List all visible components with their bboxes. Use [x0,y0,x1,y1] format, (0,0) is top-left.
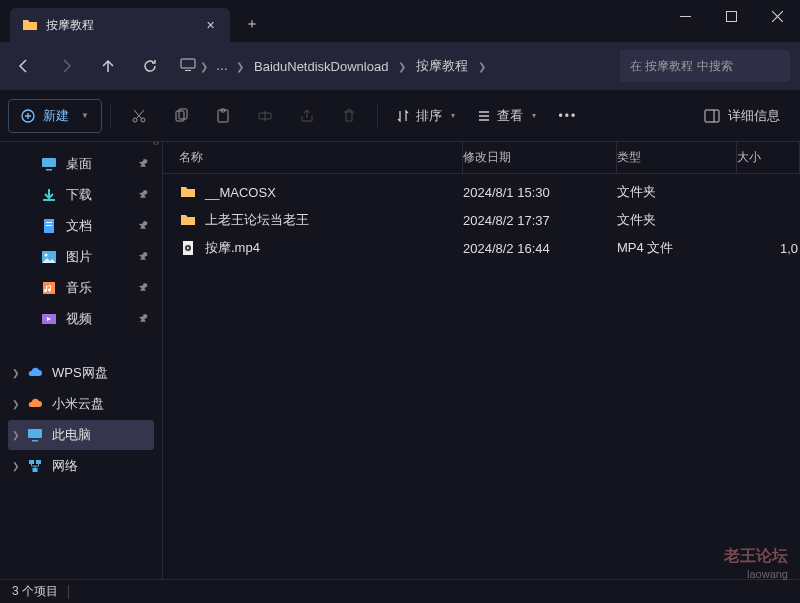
sidebar-item-label: 文档 [66,217,92,235]
file-name: 按摩.mp4 [205,239,260,257]
delete-button[interactable] [329,98,369,134]
sidebar-item-network[interactable]: ❯网络 [8,451,154,481]
view-button[interactable]: 查看 ▾ [467,98,546,134]
folder-icon [179,183,197,201]
pin-icon [135,218,151,234]
tab-current[interactable]: 按摩教程 ✕ [10,8,230,42]
sidebar-item-picture[interactable]: 图片 [8,242,154,272]
svg-rect-24 [32,440,38,442]
sidebar-item-label: WPS网盘 [52,364,108,382]
file-rows-container: __MACOSX 2024/8/1 15:30 文件夹 上老王论坛当老王 202… [163,174,800,579]
view-icon [477,109,491,123]
column-header-date[interactable]: 修改日期 [463,142,617,173]
tab-title: 按摩教程 [46,17,198,34]
svg-rect-12 [705,110,719,122]
breadcrumb-segment[interactable]: 按摩教程 [410,57,474,75]
sort-button[interactable]: 排序 ▾ [386,98,465,134]
sidebar-item-label: 下载 [66,186,92,204]
sidebar-item-label: 视频 [66,310,92,328]
sidebar-item-desktop[interactable]: 桌面 [8,149,154,179]
breadcrumb-overflow[interactable]: … [212,59,232,73]
sidebar-item-label: 小米云盘 [52,395,104,413]
refresh-button[interactable] [130,48,170,84]
new-tab-button[interactable]: ＋ [234,8,270,40]
copy-icon [173,108,189,124]
sidebar-item-cloud[interactable]: ❯小米云盘 [8,389,154,419]
paste-button[interactable] [203,98,243,134]
file-name: __MACOSX [205,185,276,200]
folder-icon [22,17,38,33]
svg-rect-14 [46,169,52,171]
file-row[interactable]: 按摩.mp4 2024/8/2 16:44 MP4 文件 1,0 [163,234,800,262]
svg-rect-0 [680,16,691,17]
svg-rect-27 [33,468,38,472]
svg-point-20 [45,254,48,257]
pin-icon [135,311,151,327]
maximize-button[interactable] [708,0,754,32]
file-date: 2024/8/1 15:30 [463,185,617,200]
sidebar-item-pc[interactable]: ❯此电脑 [8,420,154,450]
back-button[interactable] [4,48,44,84]
picture-icon [40,248,58,266]
chevron-right-icon[interactable]: ❯ [12,461,26,471]
sidebar-item-cloud[interactable]: ❯WPS网盘 [8,358,154,388]
chevron-right-icon[interactable]: ❯ [474,61,490,72]
status-bar: 3 个项目 [0,579,800,603]
sidebar-item-document[interactable]: 文档 [8,211,154,241]
close-button[interactable] [754,0,800,32]
chevron-right-icon[interactable]: ❯ [12,368,26,378]
chevron-down-icon: ▼ [81,111,89,120]
copy-button[interactable] [161,98,201,134]
titlebar: 按摩教程 ✕ ＋ [0,0,800,42]
chevron-right-icon[interactable]: ❯ [232,61,248,72]
search-placeholder: 在 按摩教程 中搜索 [630,58,733,75]
more-button[interactable]: ••• [548,98,588,134]
document-icon [40,217,58,235]
sidebar-item-music[interactable]: 音乐 [8,273,154,303]
music-icon [40,279,58,297]
details-pane-button[interactable]: 详细信息 [692,107,792,125]
column-header-size[interactable]: 大小 [737,142,800,173]
navigation-bar: ❯ … ❯ BaiduNetdiskDownload ❯ 按摩教程 ❯ 在 按摩… [0,42,800,90]
clipboard-icon [215,108,231,124]
chevron-down-icon: ▾ [532,111,536,120]
minimize-button[interactable] [662,0,708,32]
column-header-name[interactable]: 名称 [163,142,463,173]
svg-rect-23 [28,429,42,438]
search-input[interactable]: 在 按摩教程 中搜索 [620,50,790,82]
chevron-right-icon[interactable]: ❯ [12,399,26,409]
svg-rect-25 [29,460,34,464]
chevron-right-icon[interactable]: ❯ [196,61,212,72]
file-type: MP4 文件 [617,239,737,257]
chevron-right-icon[interactable]: ❯ [394,61,410,72]
tab-close-button[interactable]: ✕ [198,13,222,37]
pc-icon [26,426,44,444]
chevron-right-icon[interactable]: ❯ [12,430,26,440]
sidebar-splitter-icon[interactable]: ‹› [150,142,162,150]
video-icon [40,310,58,328]
share-button[interactable] [287,98,327,134]
up-button[interactable] [88,48,128,84]
file-row[interactable]: __MACOSX 2024/8/1 15:30 文件夹 [163,178,800,206]
sidebar-item-label: 桌面 [66,155,92,173]
sidebar-item-video[interactable]: 视频 [8,304,154,334]
column-header-type[interactable]: 类型 [617,142,737,173]
sidebar-item-download[interactable]: 下载 [8,180,154,210]
trash-icon [341,108,357,124]
rename-button[interactable] [245,98,285,134]
sidebar-item-label: 网络 [52,457,78,475]
svg-rect-3 [185,70,191,71]
navigation-sidebar: ‹› 桌面下载文档图片音乐视频 ❯WPS网盘❯小米云盘❯此电脑❯网络 [0,142,163,579]
cut-button[interactable] [119,98,159,134]
file-row[interactable]: 上老王论坛当老王 2024/8/2 17:37 文件夹 [163,206,800,234]
cloud-icon [26,364,44,382]
breadcrumb-segment[interactable]: BaiduNetdiskDownload [248,59,394,74]
address-bar[interactable]: ❯ … ❯ BaiduNetdiskDownload ❯ 按摩教程 ❯ [172,48,498,84]
new-button[interactable]: 新建 ▼ [8,99,102,133]
network-icon [26,457,44,475]
file-list: 名称 修改日期 类型 大小 __MACOSX 2024/8/1 15:30 文件… [163,142,800,579]
file-size: 1,0 [737,241,800,256]
video-file-icon [179,239,197,257]
forward-button[interactable] [46,48,86,84]
file-type: 文件夹 [617,183,737,201]
